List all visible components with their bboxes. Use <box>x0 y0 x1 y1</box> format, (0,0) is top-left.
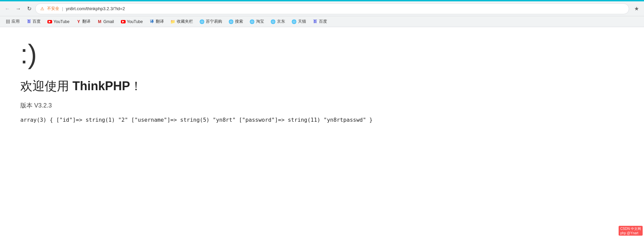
folder-icon: 📁 <box>171 19 175 24</box>
gmail-icon: M <box>97 19 102 24</box>
smiley-face: :) <box>20 41 624 68</box>
baidu2-icon: 百 <box>313 19 318 24</box>
refresh-button[interactable]: ↻ <box>24 4 34 14</box>
bookmark-favorites-label: 收藏夹栏 <box>177 19 193 24</box>
bookmark-gmail-label: Gmail <box>103 19 114 24</box>
version-label: 版本 V3.2.3 <box>20 101 624 110</box>
bookmark-youtube2[interactable]: ▶ YouTube <box>118 18 146 25</box>
welcome-title: 欢迎使用 ThinkPHP！ <box>20 78 624 95</box>
url-separator: | <box>62 6 63 11</box>
security-icon: ⚠ <box>40 6 44 11</box>
debug-output: array(3) { ["id"]=> string(1) "2" ["user… <box>20 116 624 124</box>
bookmark-baidu-label: 百度 <box>33 19 41 24</box>
bookmark-taobao-label: 淘宝 <box>256 19 264 24</box>
bookmark-baidu2[interactable]: 百 百度 <box>310 18 330 25</box>
browser-chrome: ← → ↻ ⚠ 不安全 | yn8rt.com/thinkphp3.2.3/?i… <box>0 1 644 27</box>
bookmark-tmall[interactable]: 🌐 天猫 <box>289 18 309 25</box>
bookmark-baidu[interactable]: 百 百度 <box>24 18 43 25</box>
fanyi-icon: 译 <box>150 19 154 24</box>
exclamation: ！ <box>130 79 142 93</box>
bookmark-star-button[interactable]: ★ <box>632 4 641 14</box>
bookmark-youdao-label: 翻译 <box>82 19 90 24</box>
youtube-icon-2: ▶ <box>121 19 126 24</box>
bookmark-youdao[interactable]: Y 翻译 <box>73 18 93 25</box>
bookmark-fanyi[interactable]: 译 翻译 <box>147 18 167 25</box>
bookmark-youtube1-label: YouTube <box>53 19 69 24</box>
forward-icon: → <box>16 6 21 12</box>
bookmark-suning-label: 苏宁易购 <box>206 19 222 24</box>
youdao-icon: Y <box>76 19 81 24</box>
bookmark-suning[interactable]: 🌐 苏宁易购 <box>197 18 225 25</box>
bookmark-search[interactable]: 🌐 搜索 <box>226 18 246 25</box>
tmall-globe-icon: 🌐 <box>292 19 297 24</box>
bookmarks-bar: 应用 百 百度 ▶ YouTube Y 翻译 M Gmail ▶ YouTube <box>0 16 644 27</box>
bookmark-apps[interactable]: 应用 <box>3 18 22 25</box>
jd-globe-icon: 🌐 <box>271 19 276 24</box>
bookmark-search-label: 搜索 <box>235 19 243 24</box>
bookmark-jd-label: 京东 <box>277 19 285 24</box>
bookmark-tmall-label: 天猫 <box>298 19 306 24</box>
bookmark-taobao[interactable]: 🌐 淘宝 <box>247 18 267 25</box>
address-bar[interactable]: ⚠ 不安全 | yn8rt.com/thinkphp3.2.3/?id=2 <box>35 3 629 14</box>
star-icon: ★ <box>634 6 639 12</box>
youtube-icon-1: ▶ <box>47 19 52 24</box>
search-globe-icon: 🌐 <box>229 19 234 24</box>
forward-button[interactable]: → <box>14 4 23 14</box>
baidu-icon: 百 <box>26 19 31 24</box>
bookmark-fanyi-label: 翻译 <box>156 19 164 24</box>
bookmark-favorites[interactable]: 📁 收藏夹栏 <box>168 18 196 25</box>
apps-grid-icon <box>5 19 10 24</box>
security-label: 不安全 <box>47 6 59 12</box>
back-button[interactable]: ← <box>3 4 12 14</box>
back-icon: ← <box>5 6 10 12</box>
bookmark-apps-label: 应用 <box>12 19 20 24</box>
bookmark-gmail[interactable]: M Gmail <box>94 18 116 25</box>
bookmark-jd[interactable]: 🌐 京东 <box>268 18 288 25</box>
nav-bar: ← → ↻ ⚠ 不安全 | yn8rt.com/thinkphp3.2.3/?i… <box>0 1 644 16</box>
url-text: yn8rt.com/thinkphp3.2.3/?id=2 <box>66 6 125 11</box>
welcome-text: 欢迎使用 <box>20 79 72 93</box>
bookmark-youtube2-label: YouTube <box>127 19 143 24</box>
bookmark-youtube1[interactable]: ▶ YouTube <box>45 18 72 25</box>
taobao-globe-icon: 🌐 <box>250 19 255 24</box>
bookmark-baidu2-label: 百度 <box>319 19 327 24</box>
refresh-icon: ↻ <box>27 5 31 12</box>
content-area: :) 欢迎使用 ThinkPHP！ 版本 V3.2.3 array(3) { [… <box>0 27 644 217</box>
suning-globe-icon: 🌐 <box>200 19 205 24</box>
framework-name: ThinkPHP <box>72 79 130 93</box>
